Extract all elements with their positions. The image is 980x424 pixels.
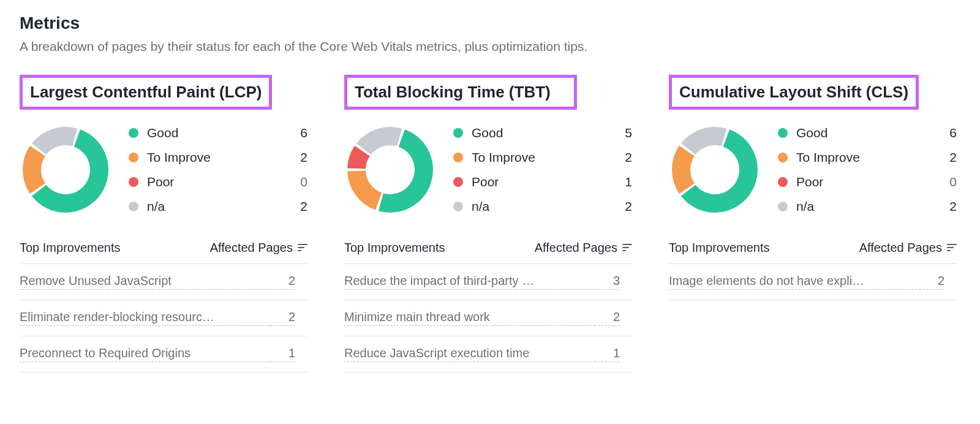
improvement-row: Reduce the impact of third-party …3 (344, 264, 632, 300)
legend-value: 5 (615, 121, 632, 145)
affected-pages-count[interactable]: 2 (271, 310, 295, 326)
donut-chart[interactable] (20, 124, 111, 216)
legend-item-improve[interactable]: To Improve2 (778, 145, 957, 170)
improvements-table-header: Top ImprovementsAffected Pages (669, 235, 957, 264)
legend-dot-icon (778, 153, 788, 162)
improvement-link[interactable]: Remove Unused JavaScript (20, 274, 271, 290)
legend-value: 2 (615, 145, 632, 170)
legend-dot-icon (129, 128, 138, 138)
sort-desc-icon[interactable] (298, 244, 307, 251)
improvements-table-header: Top ImprovementsAffected Pages (20, 235, 307, 264)
legend-dot-icon (453, 202, 463, 211)
column-header-affected[interactable]: Affected Pages (859, 241, 957, 255)
legend-label: Poor (147, 170, 290, 194)
improvement-link[interactable]: Minimize main thread work (344, 310, 595, 326)
improvement-row: Remove Unused JavaScript2 (20, 264, 307, 300)
donut-chart[interactable] (344, 124, 436, 216)
legend-dot-icon (778, 177, 788, 187)
improvement-link[interactable]: Reduce the impact of third-party … (344, 274, 595, 290)
column-header-affected[interactable]: Affected Pages (210, 241, 307, 255)
legend-label: n/a (472, 194, 615, 219)
legend-label: n/a (796, 194, 940, 219)
page-title: Metrics (20, 13, 960, 33)
affected-pages-count[interactable]: 3 (595, 274, 620, 290)
legend-value: 2 (940, 194, 957, 219)
column-header-affected[interactable]: Affected Pages (535, 241, 632, 255)
legend-item-good[interactable]: Good6 (129, 121, 307, 145)
legend: Good6To Improve2Poor0n/a2 (129, 121, 307, 219)
sort-desc-icon[interactable] (622, 244, 632, 251)
improvement-row: Minimize main thread work2 (344, 300, 632, 336)
legend-dot-icon (453, 128, 463, 138)
column-header-improvements[interactable]: Top Improvements (344, 241, 535, 255)
legend-value: 2 (940, 145, 957, 170)
improvement-row: Preconnect to Required Origins1 (20, 336, 307, 373)
legend: Good5To Improve2Poor1n/a2 (453, 121, 632, 219)
metric-card-cls: Cumulative Layout Shift (CLS)Good6To Imp… (669, 75, 957, 373)
column-header-improvements[interactable]: Top Improvements (669, 241, 859, 255)
legend-item-poor[interactable]: Poor1 (453, 170, 632, 194)
improvement-link[interactable]: Preconnect to Required Origins (20, 346, 271, 362)
legend-value: 2 (290, 145, 307, 170)
legend-value: 0 (940, 170, 957, 194)
legend-label: Poor (472, 170, 615, 194)
legend-item-poor[interactable]: Poor0 (129, 170, 307, 194)
legend-label: To Improve (796, 145, 940, 170)
affected-pages-count[interactable]: 2 (920, 274, 944, 290)
metric-title-highlight: Total Blocking Time (TBT) (344, 75, 577, 110)
legend-value: 6 (940, 121, 957, 145)
metrics-cards: Largest Contentful Paint (LCP)Good6To Im… (20, 75, 960, 373)
improvement-link[interactable]: Image elements do not have expli… (669, 274, 920, 290)
legend-dot-icon (453, 153, 463, 162)
legend-item-na[interactable]: n/a2 (129, 194, 307, 219)
legend-value: 0 (290, 170, 307, 194)
sort-desc-icon[interactable] (947, 244, 957, 251)
legend-label: To Improve (472, 145, 615, 170)
page-subtitle: A breakdown of pages by their status for… (20, 39, 960, 54)
legend-item-improve[interactable]: To Improve2 (129, 145, 307, 170)
legend-value: 1 (615, 170, 632, 194)
improvement-row: Image elements do not have expli…2 (669, 264, 957, 300)
legend-label: Good (796, 121, 940, 145)
affected-pages-count[interactable]: 1 (271, 346, 295, 362)
metric-title: Cumulative Layout Shift (CLS) (679, 83, 908, 102)
metric-title-highlight: Cumulative Layout Shift (CLS) (669, 75, 919, 110)
legend-item-na[interactable]: n/a2 (778, 194, 957, 219)
legend-item-poor[interactable]: Poor0 (778, 170, 957, 194)
improvement-row: Eliminate render-blocking resourc…2 (20, 300, 307, 336)
metric-title: Total Blocking Time (TBT) (355, 83, 567, 102)
legend: Good6To Improve2Poor0n/a2 (778, 121, 957, 219)
legend-dot-icon (453, 177, 463, 187)
legend-value: 6 (290, 121, 307, 145)
legend-dot-icon (778, 128, 788, 138)
improvement-link[interactable]: Reduce JavaScript execution time (344, 346, 595, 362)
legend-label: n/a (147, 194, 290, 219)
affected-pages-count[interactable]: 2 (271, 274, 295, 290)
legend-value: 2 (290, 194, 307, 219)
affected-pages-count[interactable]: 1 (595, 346, 620, 362)
donut-chart[interactable] (669, 124, 761, 216)
metric-title: Largest Contentful Paint (LCP) (30, 83, 262, 102)
legend-item-good[interactable]: Good6 (778, 121, 957, 145)
legend-label: Poor (796, 170, 940, 194)
legend-item-na[interactable]: n/a2 (453, 194, 632, 219)
column-header-improvements[interactable]: Top Improvements (20, 241, 210, 255)
legend-dot-icon (129, 202, 138, 211)
legend-label: Good (147, 121, 290, 145)
improvement-link[interactable]: Eliminate render-blocking resourc… (20, 310, 271, 326)
metric-card-tbt: Total Blocking Time (TBT)Good5To Improve… (344, 75, 632, 373)
legend-label: Good (472, 121, 615, 145)
legend-item-improve[interactable]: To Improve2 (453, 145, 632, 170)
legend-value: 2 (615, 194, 632, 219)
affected-pages-count[interactable]: 2 (595, 310, 620, 326)
metric-title-highlight: Largest Contentful Paint (LCP) (20, 75, 272, 110)
legend-dot-icon (778, 202, 788, 211)
legend-dot-icon (129, 177, 138, 187)
legend-dot-icon (129, 153, 138, 162)
legend-label: To Improve (147, 145, 290, 170)
legend-item-good[interactable]: Good5 (453, 121, 632, 145)
improvement-row: Reduce JavaScript execution time1 (344, 336, 632, 373)
metric-card-lcp: Largest Contentful Paint (LCP)Good6To Im… (20, 75, 307, 373)
improvements-table-header: Top ImprovementsAffected Pages (344, 235, 632, 264)
